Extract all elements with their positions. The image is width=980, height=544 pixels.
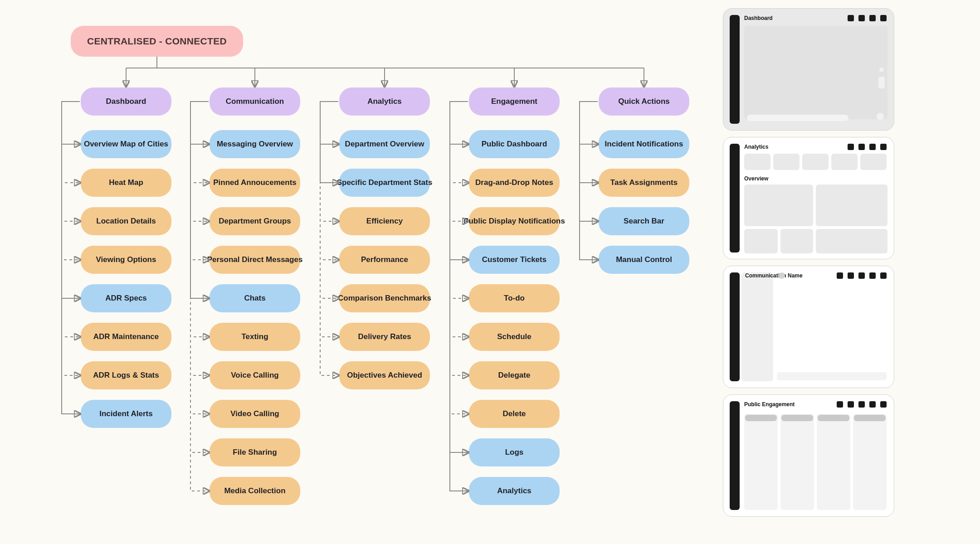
thumb-panel xyxy=(816,185,887,226)
node-label: Department Groups xyxy=(219,217,291,226)
thumb-locate xyxy=(877,113,884,120)
node-engagement-9: Analytics xyxy=(469,477,560,505)
node-label: Department Overview xyxy=(345,140,424,149)
node-quickactions-2: Search Bar xyxy=(599,207,689,235)
kanban-col xyxy=(853,414,887,510)
thumb-panel xyxy=(744,185,813,226)
thumb-title: Public Engagement xyxy=(744,401,795,408)
thumb-sidebar xyxy=(730,144,740,253)
node-label: Pinned Annoucements xyxy=(213,178,297,187)
node-analytics-0: Department Overview xyxy=(339,130,430,158)
category-analytics: Analytics xyxy=(339,87,430,116)
node-label: Task Assignments xyxy=(610,178,678,187)
node-label: Incident Alerts xyxy=(99,409,152,418)
thumb-search xyxy=(747,115,848,121)
category-label: Dashboard xyxy=(106,97,146,106)
node-label: Objectives Achieved xyxy=(347,371,422,380)
node-engagement-0: Public Dashboard xyxy=(469,130,560,158)
node-label: Efficiency xyxy=(366,217,403,226)
thumb-threadlist xyxy=(741,272,773,381)
thumb-kpi xyxy=(860,154,887,170)
node-quickactions-0: Incident Notifications xyxy=(599,130,689,158)
node-label: Customer Tickets xyxy=(482,255,546,264)
thumb-icons xyxy=(837,272,887,279)
thumb-name-label: Name xyxy=(788,272,803,279)
node-communication-0: Messaging Overview xyxy=(210,130,300,158)
thumb-panel xyxy=(780,229,813,253)
node-communication-8: File Sharing xyxy=(210,438,300,466)
node-engagement-3: Customer Tickets xyxy=(469,246,560,274)
category-dashboard: Dashboard xyxy=(81,87,171,116)
thumb-icons xyxy=(848,15,887,21)
node-label: Heat Map xyxy=(109,178,143,187)
node-label: Video Calling xyxy=(230,409,279,418)
category-communication: Communication xyxy=(210,87,300,116)
node-dashboard-7: Incident Alerts xyxy=(81,400,171,428)
node-communication-2: Department Groups xyxy=(210,207,300,235)
node-quickactions-3: Manual Control xyxy=(599,246,689,274)
node-engagement-6: Delegate xyxy=(469,361,560,389)
node-communication-7: Video Calling xyxy=(210,400,300,428)
kanban-col-header xyxy=(745,415,777,421)
root-label: CENTRALISED - CONNECTED xyxy=(87,36,227,47)
node-label: Chats xyxy=(244,294,265,303)
node-label: Performance xyxy=(361,255,408,264)
node-engagement-5: Schedule xyxy=(469,323,560,351)
node-label: Media Collection xyxy=(224,486,285,495)
thumb-zoom xyxy=(878,77,885,88)
node-dashboard-0: Overview Map of Cities xyxy=(81,130,171,158)
category-label: Communication xyxy=(226,97,284,106)
thumb-map xyxy=(744,26,887,119)
node-engagement-1: Drag-and-Drop Notes xyxy=(469,169,560,197)
node-label: Viewing Options xyxy=(96,255,156,264)
kanban-col-header xyxy=(854,415,886,421)
thumb-compass xyxy=(879,68,884,72)
node-dashboard-4: ADR Specs xyxy=(81,284,171,312)
node-label: Public Dashboard xyxy=(482,140,547,149)
thumb-panel xyxy=(816,229,887,253)
thumb-communication: Communication Name xyxy=(723,266,894,388)
node-label: Delegate xyxy=(498,371,531,380)
node-label: Voice Calling xyxy=(231,371,279,380)
root-node: CENTRALISED - CONNECTED xyxy=(71,26,243,57)
node-label: Delivery Rates xyxy=(358,332,411,341)
node-engagement-2: Public Display Notifications xyxy=(469,207,560,235)
node-communication-1: Pinned Annoucements xyxy=(210,169,300,197)
thumb-icons xyxy=(848,144,887,150)
thumb-chat-input xyxy=(777,372,887,380)
node-dashboard-2: Location Details xyxy=(81,207,171,235)
kanban-col-header xyxy=(818,415,849,421)
node-label: ADR Maintenance xyxy=(93,332,159,341)
node-label: Schedule xyxy=(497,332,531,341)
thumb-panel xyxy=(744,229,778,253)
thumb-public-engagement: Public Engagement xyxy=(723,394,894,517)
node-label: Personal Direct Messages xyxy=(207,255,303,264)
node-label: Search Bar xyxy=(624,217,664,226)
node-label: Overview Map of Cities xyxy=(84,140,168,149)
node-communication-4: Chats xyxy=(210,284,300,312)
node-analytics-2: Efficiency xyxy=(339,207,430,235)
node-analytics-1: Specific Department Stats xyxy=(339,169,430,197)
node-analytics-6: Objectives Achieved xyxy=(339,361,430,389)
node-communication-6: Voice Calling xyxy=(210,361,300,389)
node-label: Messaging Overview xyxy=(217,140,293,149)
thumb-dashboard: Dashboard xyxy=(723,8,894,131)
thumb-title: Analytics xyxy=(744,144,768,150)
thumb-kpi xyxy=(744,154,770,170)
thumb-kpi xyxy=(773,154,800,170)
node-engagement-7: Delete xyxy=(469,400,560,428)
node-label: Manual Control xyxy=(616,255,672,264)
kanban-col xyxy=(744,414,778,510)
node-communication-5: Texting xyxy=(210,323,300,351)
node-communication-9: Media Collection xyxy=(210,477,300,505)
node-label: Location Details xyxy=(96,217,156,226)
thumb-sidebar xyxy=(730,15,740,124)
avatar-icon xyxy=(779,272,785,279)
node-label: Delete xyxy=(502,409,526,418)
category-engagement: Engagement xyxy=(469,87,560,116)
node-communication-3: Personal Direct Messages xyxy=(210,246,300,274)
thumb-subtitle: Overview xyxy=(744,175,768,182)
node-dashboard-6: ADR Logs & Stats xyxy=(81,361,171,389)
node-label: Incident Notifications xyxy=(605,140,683,149)
kanban-col-header xyxy=(781,415,813,421)
